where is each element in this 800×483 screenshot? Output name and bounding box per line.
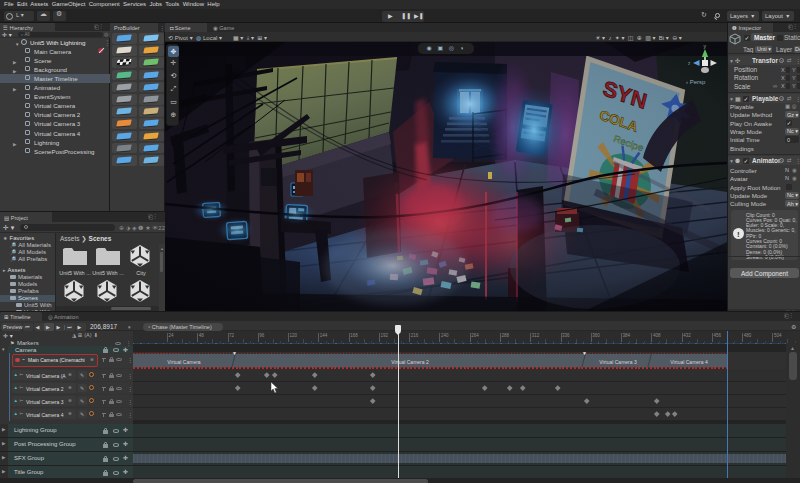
svg-text:y: y	[704, 43, 707, 49]
svg-text:z: z	[688, 61, 691, 66]
